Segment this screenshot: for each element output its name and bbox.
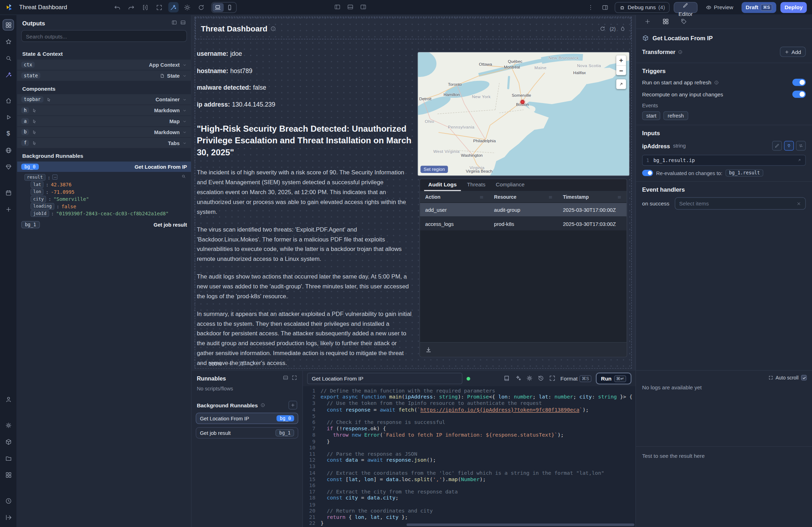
field-hostname[interactable]: hostname:host789 — [197, 67, 412, 84]
code-line[interactable]: 16 — [303, 483, 635, 489]
chevron-down-icon[interactable] — [182, 119, 187, 124]
rail-item-calendar[interactable] — [2, 187, 14, 198]
bg1-output-row[interactable]: bg_1 Get job result — [17, 220, 191, 230]
info-icon[interactable] — [678, 49, 682, 54]
runnable-item-bg0[interactable]: Get Location From IP bg_0 — [196, 413, 298, 424]
toggle-right-panel-icon[interactable] — [360, 4, 366, 11]
toggle-bottom-panel-icon[interactable] — [347, 4, 354, 11]
rail-item-assistant[interactable] — [2, 69, 14, 80]
code-line[interactable]: 20 // Return the coordinates and city — [303, 508, 635, 514]
field-malware[interactable]: malware detected:false — [197, 84, 412, 101]
collapse-toggle-icon[interactable] — [53, 174, 58, 180]
rail-item-account[interactable] — [2, 394, 14, 405]
rail-item-components[interactable] — [2, 19, 14, 30]
output-row-ctx[interactable]: ctx App Context — [17, 60, 191, 71]
output-row-state[interactable]: state State — [17, 70, 191, 81]
fit-view-icon[interactable] — [154, 2, 165, 12]
code-line[interactable]: 13 — [303, 463, 635, 470]
code-line[interactable]: 5 — [303, 413, 635, 419]
editor-horizontal-scrollbar[interactable] — [406, 523, 634, 526]
search-icon[interactable] — [181, 174, 186, 179]
rail-item-add[interactable] — [2, 203, 14, 215]
reeval-toggle[interactable] — [642, 170, 653, 176]
json-row-jobid[interactable]: jobId "0199390f-2843-ceac-dc03-cf8b242a1… — [24, 210, 187, 217]
code-line[interactable]: 19 — [303, 502, 635, 508]
table-row[interactable]: access_logs prod-k8s 2025-03-30T17:03:00… — [420, 217, 627, 231]
field-ip[interactable]: ip address:130.44.145.239 — [197, 101, 412, 118]
component-row-h[interactable]: h Markdown — [17, 105, 191, 116]
recompute-toggle[interactable] — [792, 91, 806, 98]
component-settings-tab[interactable] — [662, 18, 669, 26]
library-icon[interactable] — [503, 375, 510, 382]
tab-threats[interactable]: Threats — [463, 179, 490, 191]
info-icon[interactable] — [261, 403, 265, 407]
dock-panel-icon[interactable] — [283, 375, 288, 382]
rail-item-runs[interactable] — [2, 111, 14, 122]
set-region-button[interactable]: Set region — [420, 166, 448, 173]
connect-input-button[interactable] — [784, 141, 794, 151]
column-timestamp[interactable]: Timestamp — [558, 192, 627, 203]
json-row-lon[interactable]: lon -71.0995 — [24, 188, 187, 195]
windmill-logo-icon[interactable] — [5, 3, 13, 11]
code-line[interactable]: 18 const city = data.city; — [303, 495, 635, 502]
rail-item-variables[interactable]: $ — [2, 128, 14, 139]
input-expression-editor[interactable]: 1 bg_1.result.ip — [642, 155, 806, 166]
runnable-item-bg1[interactable]: Get job result bg_1 — [196, 427, 298, 438]
rail-item-workspace[interactable] — [2, 436, 14, 447]
json-row-loading[interactable]: loading false — [24, 203, 187, 210]
script-name-input[interactable]: Get Location From IP — [307, 373, 462, 384]
rail-item-folders[interactable] — [2, 453, 14, 464]
code-line[interactable]: 6 // Check if the response is successful — [303, 419, 635, 426]
rail-item-recent[interactable] — [2, 495, 14, 506]
column-menu-icon[interactable] — [548, 195, 553, 199]
app-refresh-icon[interactable] — [600, 26, 605, 31]
expand-editor-icon[interactable] — [549, 375, 556, 382]
tabs-component[interactable]: Audit Logs Threats Compliance Action Res… — [419, 179, 627, 357]
theme-droplet-icon[interactable] — [620, 26, 626, 31]
code-line[interactable]: 3 // Use the token from the Ipinfo resou… — [303, 400, 635, 407]
tab-compliance[interactable]: Compliance — [492, 179, 529, 191]
event-chip-refresh[interactable]: refresh — [664, 111, 688, 120]
run-on-start-toggle[interactable] — [792, 79, 806, 86]
app-topbar-component[interactable]: Threat Dashboard (2) — [195, 18, 631, 40]
code-line[interactable]: 9 } — [303, 438, 635, 445]
info-icon[interactable] — [270, 26, 276, 31]
rail-item-schedules[interactable] — [2, 161, 14, 172]
reset-view-icon[interactable] — [249, 361, 255, 366]
save-draft-button[interactable]: Draft ⌘S — [741, 2, 776, 13]
table-row[interactable]: add_user audit-group 2025-03-30T17:00:00… — [420, 203, 627, 217]
component-row-f[interactable]: f Tabs — [17, 138, 191, 149]
ai-wand-button[interactable] — [168, 2, 178, 12]
chevron-down-icon[interactable] — [182, 130, 187, 134]
component-row-a[interactable]: a Map — [17, 116, 191, 127]
rail-item-home[interactable] — [2, 95, 14, 106]
component-row-b[interactable]: b Markdown — [17, 127, 191, 138]
run-button[interactable]: Run ⌘↵ — [596, 373, 631, 384]
code-line[interactable]: 8 throw new Error(`Failed to fetch IP in… — [303, 432, 635, 438]
chevron-down-icon[interactable] — [182, 108, 187, 113]
debug-runs-button[interactable]: Debug runs (4) — [615, 2, 670, 13]
collapse-panel-icon[interactable] — [180, 20, 186, 26]
styling-tab[interactable] — [680, 18, 687, 26]
mobile-view-button[interactable] — [224, 3, 235, 12]
column-menu-icon[interactable] — [479, 195, 484, 199]
theme-toggle-icon[interactable] — [182, 2, 192, 12]
sidebar-toggle-icon[interactable] — [600, 2, 610, 12]
editor-settings-icon[interactable] — [526, 375, 533, 382]
json-row-city[interactable]: city "Somerville" — [24, 195, 187, 203]
desktop-view-button[interactable] — [212, 3, 223, 12]
clear-selection-icon[interactable] — [796, 201, 801, 206]
map-zoom-in-button[interactable]: + — [616, 55, 626, 65]
column-menu-icon[interactable] — [617, 195, 621, 199]
undo-button[interactable] — [112, 2, 123, 12]
zoom-out-icon[interactable] — [198, 361, 203, 366]
autoscroll-checkbox[interactable] — [801, 375, 807, 381]
rail-item-settings[interactable] — [2, 419, 14, 431]
add-runnable-button[interactable] — [288, 401, 297, 409]
zoom-in-icon[interactable] — [227, 361, 233, 366]
code-line[interactable]: 10 — [303, 445, 635, 451]
reeval-dependency-chip[interactable]: bg_1.result — [726, 169, 764, 177]
json-row-lat[interactable]: lat 42.3876 — [24, 181, 187, 188]
search-outputs-input[interactable] — [21, 30, 187, 42]
redo-button[interactable] — [126, 2, 136, 12]
